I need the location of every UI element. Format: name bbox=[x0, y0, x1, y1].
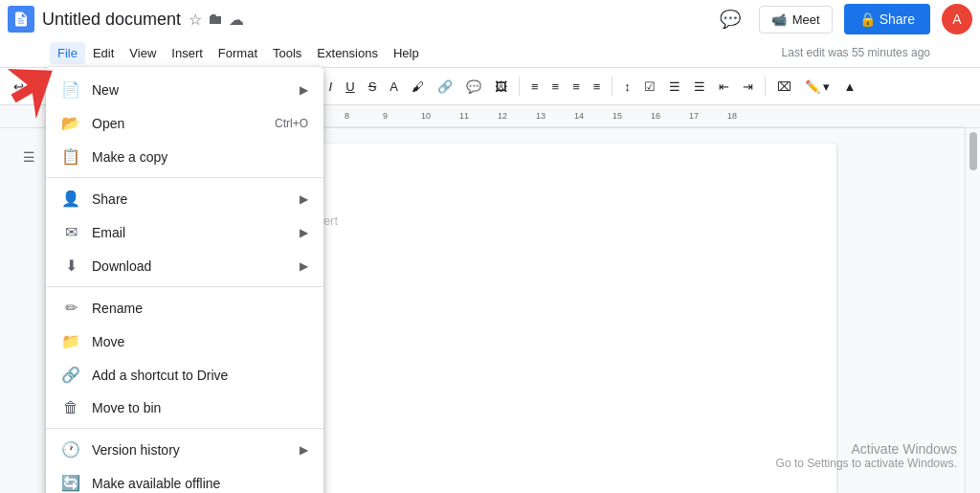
sidebar-nav-icon[interactable]: ☰ bbox=[11, 140, 46, 174]
version-label: Version history bbox=[92, 442, 300, 458]
scrollbar[interactable] bbox=[965, 128, 980, 493]
toolbar-sep-4 bbox=[519, 77, 520, 96]
font-color-button[interactable]: A bbox=[384, 76, 404, 98]
menu-item-move[interactable]: 📁 Move bbox=[46, 325, 323, 358]
more-options[interactable]: ▲ bbox=[837, 76, 861, 98]
menu-file[interactable]: File bbox=[50, 42, 85, 64]
new-icon: 📄 bbox=[61, 80, 80, 99]
email-arrow: ▶ bbox=[300, 226, 308, 239]
shortcut-label: Add a shortcut to Drive bbox=[92, 368, 308, 383]
svg-text:15: 15 bbox=[612, 111, 622, 121]
chat-icon[interactable]: 💬 bbox=[713, 2, 747, 36]
title-icons: ☆ 🖿 ☁ bbox=[189, 11, 244, 29]
numbered-list[interactable]: ☰ bbox=[688, 76, 711, 98]
italic-button[interactable]: I bbox=[323, 76, 339, 98]
share-button[interactable]: 🔒 Share bbox=[844, 4, 930, 34]
align-justify[interactable]: ≡ bbox=[588, 76, 607, 98]
divider-2 bbox=[46, 286, 323, 287]
menu-view[interactable]: View bbox=[122, 42, 164, 64]
scroll-thumb[interactable] bbox=[969, 132, 977, 170]
menu-tools[interactable]: Tools bbox=[265, 42, 309, 64]
user-avatar[interactable]: A bbox=[942, 4, 972, 34]
strikethrough-button[interactable]: S bbox=[363, 76, 383, 98]
app-logo bbox=[8, 6, 34, 33]
decrease-indent[interactable]: ⇤ bbox=[713, 76, 735, 98]
checklist[interactable]: ☑ bbox=[638, 76, 661, 98]
menu-item-offline[interactable]: 🔄 Make available offline bbox=[46, 466, 323, 493]
shortcut-icon: 🔗 bbox=[61, 366, 80, 384]
email-icon: ✉ bbox=[61, 223, 80, 241]
align-center[interactable]: ≡ bbox=[546, 76, 566, 98]
menu-item-share[interactable]: 👤 Share ▶ bbox=[46, 182, 323, 215]
toolbar-sep-6 bbox=[765, 77, 766, 96]
align-left[interactable]: ≡ bbox=[525, 76, 545, 98]
meet-icon: 📹 bbox=[771, 12, 787, 27]
activate-title: Activate Windows bbox=[776, 441, 957, 457]
menu-item-new[interactable]: 📄 New ▶ bbox=[46, 73, 323, 106]
share-label: Share bbox=[92, 191, 300, 207]
menu-item-copy[interactable]: 📋 Make a copy bbox=[46, 140, 323, 173]
open-label: Open bbox=[92, 116, 275, 131]
clear-format[interactable]: ⌧ bbox=[771, 76, 797, 98]
line-spacing[interactable]: ↕ bbox=[618, 76, 636, 98]
menu-insert[interactable]: Insert bbox=[164, 42, 211, 64]
svg-text:17: 17 bbox=[689, 111, 699, 121]
rename-icon: ✏ bbox=[61, 299, 80, 317]
image-button[interactable]: 🖼 bbox=[489, 76, 513, 98]
align-right[interactable]: ≡ bbox=[567, 76, 586, 98]
bin-label: Move to bin bbox=[92, 400, 308, 415]
format-options[interactable]: ✏️ ▾ bbox=[799, 76, 836, 98]
download-icon: ⬇ bbox=[61, 257, 80, 275]
svg-text:8: 8 bbox=[345, 111, 349, 121]
share-arrow: ▶ bbox=[300, 192, 308, 206]
increase-indent[interactable]: ⇥ bbox=[737, 76, 759, 98]
menu-item-shortcut[interactable]: 🔗 Add a shortcut to Drive bbox=[46, 358, 323, 392]
svg-text:12: 12 bbox=[498, 111, 507, 121]
svg-text:10: 10 bbox=[421, 111, 431, 121]
bin-icon: 🗑 bbox=[61, 399, 80, 416]
top-right-icons: 💬 📹 Meet 🔒 Share A bbox=[713, 2, 972, 36]
last-edit-text: Last edit was 55 minutes ago bbox=[782, 46, 930, 59]
svg-text:13: 13 bbox=[536, 111, 546, 121]
download-arrow: ▶ bbox=[300, 259, 308, 273]
offline-icon: 🔄 bbox=[61, 474, 80, 492]
move-icon: 📁 bbox=[61, 332, 80, 350]
activate-windows-notice: Activate Windows Go to Settings to activ… bbox=[776, 441, 957, 470]
open-icon: 📂 bbox=[61, 114, 80, 132]
menu-item-email[interactable]: ✉ Email ▶ bbox=[46, 215, 323, 249]
link-button[interactable]: 🔗 bbox=[432, 76, 458, 98]
toolbar-sep-5 bbox=[612, 77, 612, 96]
highlight-button[interactable]: 🖌 bbox=[406, 76, 430, 98]
document-title[interactable]: Untitled document bbox=[42, 10, 181, 30]
open-shortcut: Ctrl+O bbox=[275, 117, 308, 130]
cloud-icon[interactable]: ☁ bbox=[229, 11, 244, 29]
comment-button[interactable]: 💬 bbox=[460, 76, 487, 98]
menu-item-version[interactable]: 🕐 Version history ▶ bbox=[46, 433, 323, 466]
meet-button[interactable]: 📹 Meet bbox=[759, 6, 833, 34]
menu-item-download[interactable]: ⬇ Download ▶ bbox=[46, 249, 323, 282]
share-icon: 👤 bbox=[61, 190, 80, 208]
undo-button[interactable]: ↩ bbox=[8, 76, 30, 98]
new-arrow: ▶ bbox=[300, 83, 308, 97]
bullet-list[interactable]: ☰ bbox=[663, 76, 686, 98]
download-label: Download bbox=[92, 258, 300, 274]
new-label: New bbox=[92, 82, 300, 98]
folder-icon[interactable]: 🖿 bbox=[208, 11, 223, 28]
copy-label: Make a copy bbox=[92, 149, 308, 165]
activate-subtitle: Go to Settings to activate Windows. bbox=[776, 457, 957, 470]
svg-text:11: 11 bbox=[459, 111, 469, 121]
menu-item-rename[interactable]: ✏ Rename bbox=[46, 291, 323, 325]
version-arrow: ▶ bbox=[300, 443, 308, 457]
menu-help[interactable]: Help bbox=[386, 42, 427, 64]
lock-icon: 🔒 bbox=[859, 11, 876, 27]
menu-item-open[interactable]: 📂 Open Ctrl+O bbox=[46, 106, 323, 140]
menu-format[interactable]: Format bbox=[211, 42, 265, 64]
menu-edit[interactable]: Edit bbox=[85, 42, 122, 64]
star-icon[interactable]: ☆ bbox=[189, 11, 202, 29]
top-bar: Untitled document ☆ 🖿 ☁ 💬 📹 Meet 🔒 Share… bbox=[0, 0, 980, 38]
svg-text:14: 14 bbox=[574, 111, 584, 121]
menu-item-bin[interactable]: 🗑 Move to bin bbox=[46, 392, 323, 424]
file-menu: 📄 New ▶ 📂 Open Ctrl+O 📋 Make a copy 👤 Sh… bbox=[46, 67, 323, 493]
menu-extensions[interactable]: Extensions bbox=[309, 42, 386, 64]
underline-button[interactable]: U bbox=[340, 76, 360, 98]
